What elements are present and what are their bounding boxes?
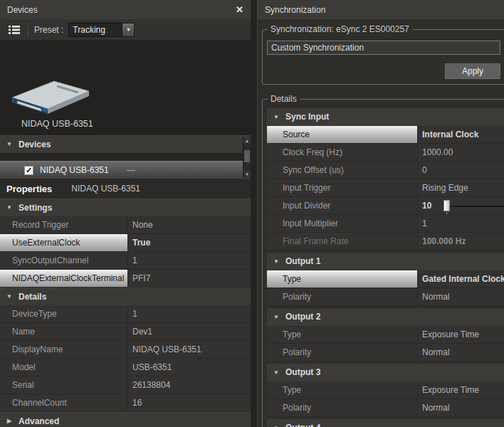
section-header-sync-input[interactable]: ▼Sync Input (267, 108, 504, 126)
slider-track[interactable] (451, 206, 504, 207)
synchronization-panel-title: Synchronization (265, 5, 325, 15)
property-value[interactable]: None (128, 216, 251, 233)
list-view-button[interactable] (5, 22, 23, 38)
property-label: Polarity (267, 288, 418, 305)
property-value[interactable]: 1000.00 (418, 144, 504, 161)
device-list-item[interactable]: ✓ NIDAQ USB-6351 --- (0, 161, 251, 179)
property-row-polarity[interactable]: PolarityNormal (267, 399, 504, 417)
property-label: Final Frame Rate (267, 233, 418, 250)
section-title: Sync Input (285, 112, 329, 122)
slider-handle[interactable] (443, 200, 450, 211)
input-divider-slider[interactable] (441, 197, 504, 214)
property-row-input-trigger[interactable]: Input TriggerRising Edge (267, 179, 504, 197)
property-value[interactable]: Rising Edge (418, 179, 504, 196)
property-value[interactable]: 100.000 Hz (418, 233, 504, 250)
section-title: Output 1 (285, 256, 320, 266)
triangle-down-icon: ▼ (273, 114, 280, 120)
property-label: Serial (0, 376, 128, 394)
property-row-type[interactable]: TypeExposure Time (267, 326, 504, 344)
property-value[interactable]: USB-6351 (128, 359, 251, 376)
preset-dropdown-value: Tracking (69, 23, 122, 36)
property-value[interactable]: Exposure Time (418, 326, 504, 343)
preset-dropdown[interactable]: Tracking ▼ (68, 23, 135, 37)
devices-panel-title: Devices (7, 5, 38, 15)
chevron-down-icon[interactable]: ▼ (122, 23, 134, 36)
triangle-down-icon: ▼ (273, 314, 280, 320)
property-row-displayname[interactable]: DisplayNameNIDAQ USB-6351 (0, 341, 251, 359)
section-header-details[interactable]: ▼Details (0, 288, 251, 305)
property-row-sync-offset-us-[interactable]: Sync Offset (us)0 (267, 162, 504, 179)
property-label: Name (0, 323, 128, 340)
property-value[interactable]: 0 (418, 162, 504, 179)
property-value[interactable]: Gated Internal Clock (418, 270, 504, 288)
section-header-devices[interactable]: ▼ Devices (0, 135, 251, 153)
property-row-nidaqexternalclockterminal[interactable]: NIDAQExternalClockTerminalPFI7 (0, 270, 251, 288)
sync-groupbox: Synchronization: eSync 2 ES000257 Custom… (262, 24, 504, 85)
property-row-polarity[interactable]: PolarityNormal (267, 344, 504, 362)
property-value[interactable]: 10 (418, 197, 504, 214)
property-row-clock-freq-hz-[interactable]: Clock Freq (Hz)1000.00 (267, 144, 504, 162)
property-value[interactable]: PFI7 (128, 270, 251, 287)
close-icon[interactable]: ✕ (236, 5, 243, 14)
property-row-useexternalclock[interactable]: UseExternalClockTrue (0, 234, 251, 252)
property-row-serial[interactable]: Serial26138804 (0, 376, 251, 394)
scrollbar-track[interactable] (243, 144, 251, 170)
property-value[interactable]: Exposure Time (418, 381, 504, 399)
details-groupbox-legend: Details (268, 94, 300, 104)
scroll-up-icon[interactable]: ▲ (243, 137, 251, 144)
apply-button[interactable]: Apply (445, 63, 500, 79)
property-row-channelcount[interactable]: ChannelCount16 (0, 394, 251, 412)
property-row-name[interactable]: NameDev1 (0, 323, 251, 341)
section-header-settings[interactable]: ▼Settings (0, 199, 251, 216)
sync-groupbox-legend: Synchronization: eSync 2 ES000257 (268, 24, 412, 34)
property-value[interactable]: 26138804 (128, 376, 251, 394)
list-icon (9, 25, 20, 35)
section-header-output-2[interactable]: ▼Output 2 (267, 308, 504, 326)
property-value[interactable]: Normal (418, 288, 504, 305)
section-title: Output 2 (285, 312, 320, 322)
property-value[interactable]: Dev1 (128, 323, 251, 340)
property-value[interactable]: NIDAQ USB-6351 (128, 341, 251, 358)
property-row-final-frame-rate[interactable]: Final Frame Rate100.000 Hz (267, 233, 504, 251)
property-label: Input Trigger (267, 179, 418, 196)
property-row-input-divider[interactable]: Input Divider10 (267, 197, 504, 215)
sync-mode-field[interactable]: Custom Synchronization (267, 41, 500, 55)
property-value[interactable]: Internal Clock (418, 126, 504, 143)
triangle-down-icon: ▼ (6, 293, 13, 300)
device-caption: NIDAQ USB-6351 (21, 119, 93, 129)
panel-splitter[interactable] (251, 0, 258, 427)
property-row-model[interactable]: ModelUSB-6351 (0, 359, 251, 376)
property-value[interactable]: Normal (418, 344, 504, 361)
device-list-scrollbar[interactable]: ▲ ▼ (243, 137, 251, 178)
property-row-source[interactable]: SourceInternal Clock (267, 126, 504, 144)
section-header-output-4[interactable]: ▼Output 4 (267, 419, 504, 427)
property-row-syncoutputchannel[interactable]: SyncOutputChannel1 (0, 252, 251, 270)
triangle-down-icon: ▼ (6, 204, 13, 211)
property-row-type[interactable]: TypeExposure Time (267, 381, 504, 399)
section-header-advanced[interactable]: ▶Advanced (0, 412, 251, 427)
property-row-input-multiplier[interactable]: Input Multiplier1 (267, 215, 504, 233)
slider-tick (446, 212, 447, 214)
devices-toolbar: Preset : Tracking ▼ (0, 19, 251, 41)
property-row-type[interactable]: TypeGated Internal Clock (267, 270, 504, 288)
property-label: DisplayName (0, 341, 128, 358)
section-title: Details (19, 292, 46, 302)
property-value[interactable]: 1 (128, 305, 251, 322)
property-value[interactable]: Normal (418, 399, 504, 416)
section-title: Devices (19, 139, 51, 149)
property-row-devicetype[interactable]: DeviceType1 (0, 305, 251, 323)
property-value[interactable]: True (128, 234, 251, 251)
section-header-output-1[interactable]: ▼Output 1 (267, 253, 504, 270)
property-value[interactable]: 1 (128, 252, 251, 269)
property-value[interactable]: 16 (128, 394, 251, 411)
scrollbar-thumb[interactable] (244, 150, 250, 162)
scroll-down-icon[interactable]: ▼ (243, 170, 251, 178)
section-header-output-3[interactable]: ▼Output 3 (267, 364, 504, 381)
preset-label: Preset : (34, 25, 63, 35)
property-label: Clock Freq (Hz) (267, 144, 418, 161)
device-checkbox[interactable]: ✓ (24, 166, 33, 175)
property-value[interactable]: 1 (418, 215, 504, 232)
property-row-record-trigger[interactable]: Record TriggerNone (0, 216, 251, 234)
device-image (9, 72, 93, 117)
property-row-polarity[interactable]: PolarityNormal (267, 288, 504, 306)
